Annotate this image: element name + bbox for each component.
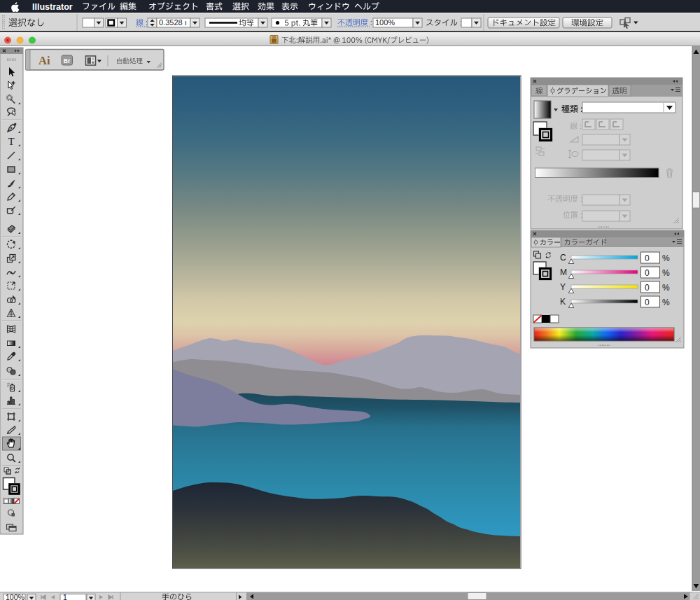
svg-text:C: C [560,253,566,263]
svg-text:Illustrator: Illustrator [32,2,73,12]
svg-text:%: % [662,283,670,293]
svg-text:0.3528 ı: 0.3528 ı [159,18,187,27]
svg-text:T: T [8,136,14,147]
svg-text:Ai: Ai [38,54,50,67]
svg-text:%: % [662,268,670,278]
svg-text:100%: 100% [6,593,24,600]
svg-text:%: % [662,253,670,263]
svg-text:Br: Br [64,57,71,64]
svg-text:0: 0 [645,268,650,278]
svg-text:100%: 100% [375,18,395,27]
svg-text:1: 1 [63,593,67,600]
svg-text:Y: Y [560,282,566,292]
svg-text:0: 0 [645,298,650,307]
svg-text:0: 0 [645,253,650,263]
svg-text:M: M [560,267,567,277]
svg-text:%: % [662,298,670,307]
svg-text:K: K [560,297,566,307]
svg-text:0: 0 [645,283,650,293]
